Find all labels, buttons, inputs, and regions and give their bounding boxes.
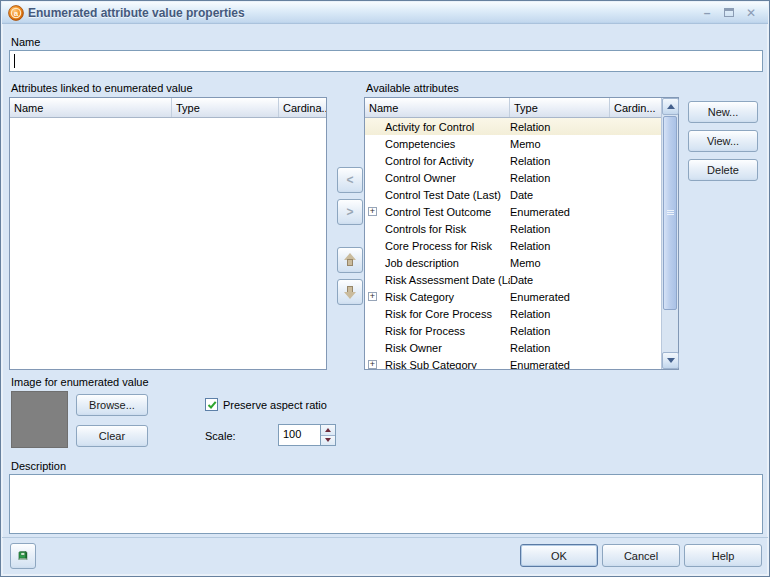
available-attribute-row[interactable]: Risk for ProcessRelation [365, 322, 661, 339]
attribute-name-cell: Job description [365, 257, 510, 269]
ok-button[interactable]: OK [520, 544, 598, 567]
attribute-name-cell: Core Process for Risk [365, 240, 510, 252]
attribute-type-cell: Memo [510, 257, 610, 269]
expand-toggle-icon[interactable]: + [368, 292, 377, 301]
cancel-button[interactable]: Cancel [602, 544, 680, 567]
attribute-name-cell: Activity for Control [365, 121, 510, 133]
expand-toggle-icon[interactable]: + [368, 207, 377, 216]
available-attribute-row[interactable]: +Control Test OutcomeEnumerated [365, 203, 661, 220]
preserve-aspect-ratio-label: Preserve aspect ratio [223, 399, 327, 411]
available-attribute-row[interactable]: CompetenciesMemo [365, 135, 661, 152]
svg-text:a: a [14, 9, 19, 18]
move-right-icon: > [346, 205, 353, 219]
preserve-aspect-ratio-checkbox[interactable]: Preserve aspect ratio [205, 398, 327, 411]
view-button[interactable]: View... [688, 130, 758, 152]
available-column-cardinality[interactable]: Cardin... [610, 98, 661, 117]
attribute-name-cell: Risk Assessment Date (Last) [365, 274, 510, 286]
available-attributes-rows[interactable]: Activity for ControlRelationCompetencies… [365, 118, 661, 369]
available-attribute-row[interactable]: Control OwnerRelation [365, 169, 661, 186]
available-attribute-row[interactable]: Control Test Date (Last)Date [365, 186, 661, 203]
attribute-type-cell: Relation [510, 240, 610, 252]
move-right-button[interactable]: > [337, 199, 363, 225]
linked-column-type[interactable]: Type [172, 98, 279, 117]
vertical-scrollbar[interactable] [661, 98, 678, 369]
expand-toggle-icon[interactable]: + [368, 360, 377, 369]
available-attribute-row[interactable]: Risk for Core ProcessRelation [365, 305, 661, 322]
scroll-up-button[interactable] [662, 98, 679, 115]
available-column-name[interactable]: Name [365, 98, 510, 117]
attribute-type-cell: Date [510, 274, 610, 286]
attribute-name-cell: Risk Sub Category [365, 359, 510, 370]
delete-button[interactable]: Delete [688, 159, 758, 181]
help-button[interactable]: Help [684, 544, 762, 567]
help-book-button[interactable] [10, 543, 36, 569]
available-attribute-row[interactable]: Control for ActivityRelation [365, 152, 661, 169]
move-up-icon [344, 253, 356, 267]
window-controls: – ✕ [700, 6, 758, 20]
available-attribute-row[interactable]: Risk Assessment Date (Last)Date [365, 271, 661, 288]
attribute-type-cell: Enumerated [510, 206, 610, 218]
attribute-name-cell: Competencies [365, 138, 510, 150]
linked-column-cardinality[interactable]: Cardina... [279, 98, 326, 117]
image-section-label: Image for enumerated value [11, 376, 149, 388]
linked-attributes-label: Attributes linked to enumerated value [11, 82, 193, 94]
scroll-down-icon [667, 358, 675, 363]
attribute-name-cell: Control Owner [365, 172, 510, 184]
available-attribute-row[interactable]: +Risk CategoryEnumerated [365, 288, 661, 305]
titlebar: a Enumerated attribute value properties … [2, 2, 768, 24]
maximize-icon[interactable] [722, 6, 736, 20]
attribute-type-cell: Relation [510, 121, 610, 133]
browse-button[interactable]: Browse... [76, 394, 148, 416]
move-down-icon [344, 285, 356, 299]
attribute-type-cell: Enumerated [510, 291, 610, 303]
app-icon: a [8, 5, 24, 21]
move-left-button[interactable]: < [337, 167, 363, 193]
new-button[interactable]: New... [688, 101, 758, 123]
attribute-type-cell: Date [510, 189, 610, 201]
attribute-name-cell: Control for Activity [365, 155, 510, 167]
scroll-down-button[interactable] [662, 352, 679, 369]
available-attribute-row[interactable]: Risk OwnerRelation [365, 339, 661, 356]
available-column-type[interactable]: Type [510, 98, 610, 117]
attribute-name-cell: Risk Owner [365, 342, 510, 354]
scroll-up-icon [667, 104, 675, 109]
attribute-type-cell: Enumerated [510, 359, 610, 370]
linked-attributes-rows[interactable] [10, 118, 326, 369]
available-attribute-row[interactable]: Core Process for RiskRelation [365, 237, 661, 254]
move-up-button[interactable] [337, 247, 363, 273]
close-icon[interactable]: ✕ [744, 6, 758, 20]
scroll-thumb[interactable] [663, 116, 677, 310]
minimize-icon[interactable]: – [700, 6, 714, 20]
spinner-up-button[interactable] [321, 425, 335, 435]
move-down-button[interactable] [337, 279, 363, 305]
spinner-down-button[interactable] [321, 435, 335, 446]
spinner-down-icon [325, 438, 331, 442]
name-input[interactable] [9, 50, 763, 72]
spinner-up-icon [325, 428, 331, 432]
description-textarea[interactable] [9, 474, 763, 534]
attribute-name-cell: Risk for Core Process [365, 308, 510, 320]
scale-spinner[interactable]: 100 [278, 424, 336, 446]
scale-value[interactable]: 100 [279, 425, 320, 445]
available-attribute-row[interactable]: +Risk Sub CategoryEnumerated [365, 356, 661, 369]
enumerated-attribute-value-properties-dialog: a Enumerated attribute value properties … [0, 0, 770, 577]
available-attribute-row[interactable]: Job descriptionMemo [365, 254, 661, 271]
clear-button[interactable]: Clear [76, 425, 148, 447]
description-label: Description [11, 460, 66, 472]
window-title: Enumerated attribute value properties [28, 6, 700, 20]
available-list-header: Name Type Cardin... [365, 98, 661, 118]
linked-column-name[interactable]: Name [10, 98, 172, 117]
scale-label: Scale: [205, 430, 236, 442]
attribute-type-cell: Relation [510, 223, 610, 235]
available-attribute-row[interactable]: Activity for ControlRelation [365, 118, 661, 135]
attribute-type-cell: Relation [510, 342, 610, 354]
linked-attributes-list[interactable]: Name Type Cardina... [9, 97, 327, 370]
available-attribute-row[interactable]: Controls for RiskRelation [365, 220, 661, 237]
move-left-icon: < [346, 173, 353, 187]
book-icon [17, 547, 29, 565]
image-preview [11, 391, 68, 448]
attribute-name-cell: Control Test Outcome [365, 206, 510, 218]
available-attributes-list[interactable]: Name Type Cardin... Activity for Control… [364, 97, 679, 370]
scroll-grip-icon [667, 209, 674, 216]
attribute-type-cell: Memo [510, 138, 610, 150]
